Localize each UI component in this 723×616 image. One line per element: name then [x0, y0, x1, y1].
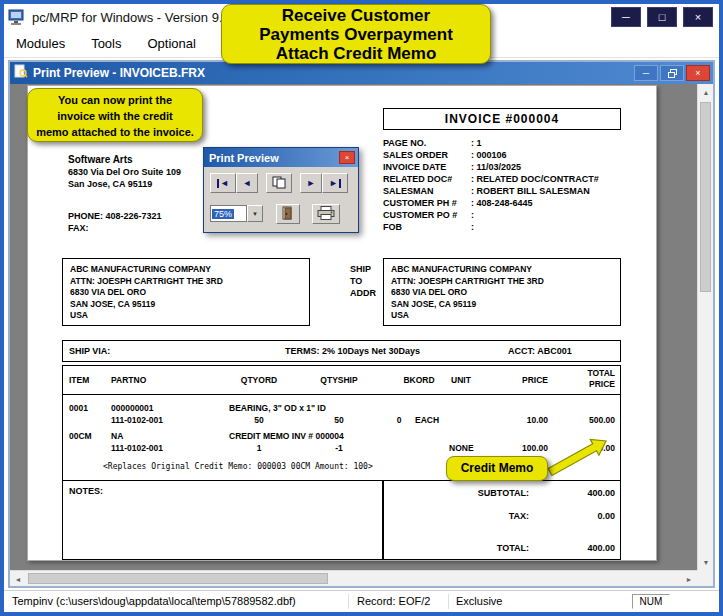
ship-to-line: ATTN: JOESPH CARTRIGHT THE 3RD — [391, 276, 613, 288]
cell-qtyship: 50 — [309, 415, 369, 427]
status-mode: Exclusive — [456, 591, 502, 612]
preview-content-area: INVOICE #000004 PAGE NO.: 1 SALES ORDER:… — [10, 84, 713, 586]
status-separator — [348, 594, 349, 609]
credit-memo-note: <Replaces Original Credit Memo: 000003 0… — [103, 461, 373, 473]
col-unit: UNIT — [451, 375, 471, 387]
vertical-scrollbar[interactable]: ▲ ▼ — [697, 84, 713, 570]
col-qtyord: QTYORD — [229, 375, 289, 387]
preview-restore-button[interactable] — [660, 65, 684, 81]
ship-to-box: ABC MANUFACTURING COMPANY ATTN: JOESPH C… — [383, 258, 621, 326]
last-page-button[interactable]: ► — [322, 173, 348, 193]
close-button[interactable]: × — [683, 7, 713, 27]
ship-to-label: SHIP TO ADDR — [350, 263, 376, 299]
close-preview-button[interactable] — [276, 204, 300, 224]
subtotal-label: SUBTOTAL: — [444, 487, 529, 499]
printer-icon — [317, 206, 335, 222]
info-row: CUSTOMER PO #: — [383, 209, 621, 221]
seller-block: Software Arts 6830 Via Del Oro Suite 109… — [68, 154, 181, 234]
cell-partno: 111-0102-001 — [111, 415, 163, 427]
goto-page-button[interactable] — [266, 173, 292, 193]
status-record: Record: EOF/2 — [357, 591, 430, 612]
horizontal-scroll-thumb[interactable] — [28, 573, 328, 584]
toolbar-title-bar[interactable]: Print Preview × — [204, 148, 358, 167]
num-lock-indicator: NUM — [632, 594, 670, 609]
cell-price: 10.00 — [498, 415, 548, 427]
preview-close-button[interactable]: × — [686, 65, 710, 81]
bill-to-line: 6830 VIA DEL ORO — [70, 287, 302, 299]
cell-qtyord: 1 — [229, 443, 289, 455]
seller-name: Software Arts — [68, 154, 181, 166]
preview-window-icon — [14, 64, 28, 82]
horizontal-scrollbar[interactable]: ◄ ► — [10, 570, 697, 586]
print-button[interactable] — [312, 204, 340, 224]
next-page-button[interactable]: ► — [300, 173, 322, 193]
right-arrow-icon: ► — [307, 178, 316, 188]
zoom-dropdown-button[interactable]: ▼ — [247, 205, 263, 222]
bill-to-box: ABC MANUFACTURING COMPANY ATTN: JOESPH C… — [62, 258, 310, 326]
scroll-up-button[interactable]: ▲ — [698, 84, 713, 100]
bill-to-line: ATTN: JOESPH CARTRIGHT THE 3RD — [70, 276, 302, 288]
cell-qtyord: 50 — [229, 415, 289, 427]
seller-address1: 6830 Via Del Oro Suite 109 — [68, 166, 181, 178]
scroll-down-button[interactable]: ▼ — [698, 554, 713, 570]
cell-price: 100.00 — [498, 443, 548, 455]
col-partno: PARTNO — [111, 375, 146, 387]
status-bar: Tempinv (c:\users\doug\appdata\local\tem… — [4, 590, 719, 612]
col-qtyship: QTYSHIP — [309, 375, 369, 387]
menu-item-tools[interactable]: Tools — [91, 36, 121, 51]
vertical-scroll-thumb[interactable] — [700, 102, 711, 292]
cell-unit: EACH — [415, 415, 439, 427]
col-total: PRICE — [555, 379, 615, 391]
cell-partno: 111-0102-001 — [111, 443, 163, 455]
minimize-button[interactable]: ─ — [611, 7, 641, 27]
info-row: PAGE NO.: 1 — [383, 137, 621, 149]
ship-to-line: ABC MANUFACTURING COMPANY — [391, 264, 613, 276]
menu-item-optional[interactable]: Optional — [148, 36, 196, 51]
cell-total: 500.00 — [555, 415, 615, 427]
cell-partno: NA — [111, 431, 123, 443]
window-controls: ─ □ × — [611, 7, 713, 27]
invoice-info-block: PAGE NO.: 1 SALES ORDER: 000106 INVOICE … — [383, 137, 621, 233]
toolbar-title: Print Preview — [209, 152, 279, 164]
menu-item-modules[interactable]: Modules — [16, 36, 65, 51]
tax-label: TAX: — [444, 510, 529, 522]
toolbar-close-button[interactable]: × — [339, 151, 355, 164]
subtotal-value: 400.00 — [544, 487, 615, 499]
pages-icon — [272, 176, 286, 191]
col-total: TOTAL — [555, 368, 615, 380]
seller-phone: PHONE: 408-226-7321 — [68, 210, 181, 222]
preview-minimize-button[interactable]: ─ — [634, 65, 658, 81]
last-page-icon — [339, 179, 341, 188]
seller-fax: FAX: — [68, 222, 181, 234]
seller-address2: San Jose, CA 95119 — [68, 178, 181, 190]
maximize-button[interactable]: □ — [647, 7, 677, 27]
totals-box: SUBTOTAL: 400.00 TAX: 0.00 TOTAL: 400.00 — [383, 480, 621, 560]
cell-bkord: 0 — [379, 415, 419, 427]
scrollbar-corner — [697, 570, 713, 586]
info-row: RELATED DOC#: RELATED DOC/CONTRACT# — [383, 173, 621, 185]
ship-to-line: 6830 VIA DEL ORO — [391, 287, 613, 299]
annotation-left: You can now print the invoice with the c… — [27, 88, 203, 142]
scroll-left-button[interactable]: ◄ — [10, 571, 26, 586]
previous-page-button[interactable]: ◄ — [236, 173, 258, 193]
door-icon — [282, 206, 294, 222]
status-path: Tempinv (c:\users\doug\appdata\local\tem… — [12, 591, 296, 612]
print-preview-toolbar: Print Preview × ◄ ◄ — [203, 147, 359, 233]
zoom-value: 75% — [212, 209, 234, 219]
scroll-right-button[interactable]: ► — [681, 571, 697, 586]
zoom-select[interactable]: 75% — [210, 205, 247, 222]
right-arrow-icon: ► — [329, 178, 338, 188]
preview-title-bar[interactable]: Print Preview - INVOICEB.FRX ─ × — [10, 62, 713, 84]
cell-description: BEARING, 3" OD x 1" ID — [229, 403, 326, 415]
invoice-title: INVOICE #000004 — [383, 108, 621, 130]
col-item: ITEM — [69, 375, 89, 387]
annotation-credit-memo: Credit Memo — [446, 456, 548, 481]
first-page-button[interactable]: ◄ — [210, 173, 236, 193]
table-header: ITEM PARTNO QTYORD QTYSHIP BKORD UNIT PR… — [62, 365, 621, 395]
terms-text: TERMS: 2% 10Days Net 30Days — [285, 345, 420, 357]
cell-partno: 000000001 — [111, 403, 154, 415]
ship-to-line: SAN JOSE, CA 95119 — [391, 299, 613, 311]
col-bkord: BKORD — [394, 375, 444, 387]
total-value: 400.00 — [544, 542, 615, 554]
col-price: PRICE — [498, 375, 548, 387]
